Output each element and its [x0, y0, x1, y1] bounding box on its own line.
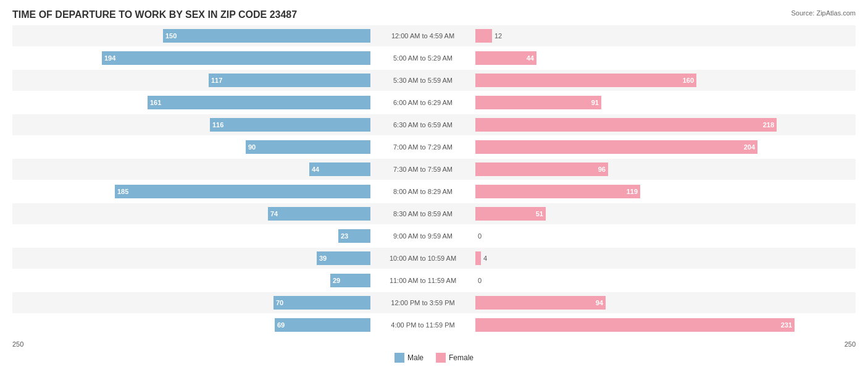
- male-value: 23: [338, 232, 351, 240]
- left-section: 185: [12, 181, 370, 202]
- male-bar: 44: [309, 162, 370, 176]
- male-bar: 185: [115, 185, 370, 198]
- left-section: 150: [12, 25, 370, 46]
- female-value: 231: [778, 321, 795, 329]
- chart-title: TIME OF DEPARTURE TO WORK BY SEX IN ZIP …: [12, 9, 856, 20]
- left-section: 161: [12, 92, 370, 113]
- legend: Male Female: [12, 353, 856, 363]
- female-bar: [475, 251, 481, 265]
- male-value: 69: [275, 321, 287, 329]
- time-label: 4:00 PM to 11:59 PM: [370, 321, 475, 329]
- time-label: 5:30 AM to 5:59 AM: [370, 77, 475, 84]
- legend-male-label: Male: [407, 353, 424, 362]
- male-bar: 69: [275, 318, 370, 332]
- female-bar: 51: [475, 207, 546, 221]
- female-value-outside: 4: [483, 255, 487, 262]
- female-bar: 231: [475, 318, 795, 332]
- table-row: 1166:30 AM to 6:59 AM218: [12, 114, 856, 135]
- table-row: 3910:00 AM to 10:59 AM4: [12, 248, 856, 269]
- left-section: 23: [12, 226, 370, 247]
- male-value: 150: [163, 32, 179, 40]
- table-row: 447:30 AM to 7:59 AM96: [12, 159, 856, 180]
- time-label: 12:00 PM to 3:59 PM: [370, 299, 475, 306]
- male-bar: 116: [210, 118, 370, 132]
- left-section: 74: [12, 203, 370, 224]
- right-section: 96: [475, 159, 833, 180]
- right-section: 4: [475, 248, 833, 269]
- male-value: 44: [309, 166, 322, 173]
- table-row: 1858:00 AM to 8:29 AM119: [12, 181, 856, 202]
- left-section: 117: [12, 70, 370, 91]
- female-value: 96: [596, 166, 608, 173]
- time-label: 7:00 AM to 7:29 AM: [370, 143, 475, 151]
- male-bar: 23: [338, 229, 370, 243]
- male-bar: 117: [209, 74, 370, 87]
- legend-male: Male: [394, 353, 424, 363]
- male-bar: 194: [102, 51, 370, 65]
- table-row: 748:30 AM to 8:59 AM51: [12, 203, 856, 224]
- female-bar: 119: [475, 185, 640, 198]
- female-bar: 160: [475, 74, 696, 87]
- male-bar: 70: [273, 296, 370, 310]
- legend-female-label: Female: [449, 353, 474, 362]
- male-bar: 39: [317, 251, 370, 265]
- legend-male-box: [394, 353, 404, 363]
- table-row: 907:00 AM to 7:29 AM204: [12, 137, 856, 158]
- male-value: 185: [115, 188, 131, 195]
- female-value-outside: 0: [478, 277, 482, 284]
- male-value: 70: [273, 299, 286, 306]
- right-section: 91: [475, 92, 833, 113]
- male-bar: 161: [148, 96, 370, 109]
- time-label: 12:00 AM to 4:59 AM: [370, 32, 475, 40]
- female-value: 204: [741, 143, 757, 151]
- table-row: 15012:00 AM to 4:59 AM12: [12, 25, 856, 46]
- female-value: 51: [533, 210, 546, 217]
- female-bar: 96: [475, 162, 608, 176]
- male-value: 90: [246, 143, 258, 151]
- right-section: 231: [475, 314, 833, 335]
- male-value: 39: [317, 255, 329, 262]
- female-value: 44: [524, 54, 536, 62]
- male-value: 194: [102, 54, 118, 62]
- male-bar: 90: [246, 140, 370, 154]
- male-value: 116: [210, 121, 226, 129]
- female-value: 160: [680, 77, 696, 84]
- time-label: 6:00 AM to 6:29 AM: [370, 99, 475, 106]
- right-section: 204: [475, 137, 833, 158]
- female-bar: 204: [475, 140, 757, 154]
- left-section: 70: [12, 292, 370, 313]
- male-value: 161: [148, 99, 164, 106]
- table-row: 1616:00 AM to 6:29 AM91: [12, 92, 856, 113]
- right-section: 12: [475, 25, 833, 46]
- right-section: 51: [475, 203, 833, 224]
- female-bar: 91: [475, 96, 601, 109]
- right-section: 0: [475, 270, 833, 291]
- axis-right-value: 250: [845, 340, 856, 348]
- time-label: 6:30 AM to 6:59 AM: [370, 121, 475, 129]
- left-section: 116: [12, 114, 370, 135]
- chart-area: 15012:00 AM to 4:59 AM121945:00 AM to 5:…: [12, 25, 856, 335]
- female-value-outside: 0: [478, 232, 482, 240]
- right-section: 160: [475, 70, 833, 91]
- female-value: 94: [593, 299, 606, 306]
- female-bar: 218: [475, 118, 777, 132]
- table-row: 239:00 AM to 9:59 AM0: [12, 226, 856, 247]
- time-label: 8:30 AM to 8:59 AM: [370, 210, 475, 217]
- time-label: 9:00 AM to 9:59 AM: [370, 232, 475, 240]
- axis-left-value: 250: [12, 340, 23, 348]
- male-value: 29: [330, 277, 343, 284]
- right-section: 44: [475, 48, 833, 69]
- left-section: 39: [12, 248, 370, 269]
- time-label: 8:00 AM to 8:29 AM: [370, 188, 475, 195]
- male-bar: 74: [268, 207, 370, 221]
- female-bar: 44: [475, 51, 536, 65]
- female-value: 91: [589, 99, 601, 106]
- female-value: 119: [624, 188, 640, 195]
- left-section: 44: [12, 159, 370, 180]
- table-row: 1175:30 AM to 5:59 AM160: [12, 70, 856, 91]
- male-bar: 29: [330, 274, 370, 287]
- male-value: 117: [209, 77, 225, 84]
- left-section: 69: [12, 314, 370, 335]
- legend-female: Female: [436, 353, 474, 363]
- axis-bottom: 250 250: [12, 338, 856, 348]
